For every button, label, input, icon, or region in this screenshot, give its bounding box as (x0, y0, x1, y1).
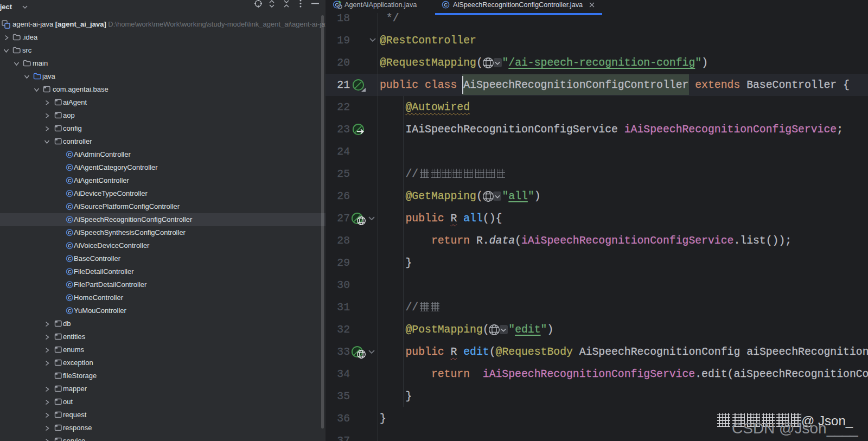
svg-text:C: C (68, 230, 72, 235)
svg-text:C: C (68, 256, 72, 261)
svg-text:C: C (68, 269, 72, 274)
svg-text:C: C (68, 295, 72, 301)
svg-text:C: C (68, 217, 72, 222)
svg-text:C: C (335, 2, 339, 8)
svg-text:C: C (68, 204, 72, 209)
svg-text:C: C (68, 152, 72, 157)
svg-text:C: C (68, 282, 72, 287)
svg-text:C: C (68, 308, 72, 314)
svg-text:C: C (68, 191, 72, 196)
svg-text:C: C (68, 243, 72, 248)
svg-text:C: C (68, 165, 72, 170)
svg-text:C: C (68, 178, 72, 183)
svg-text:C: C (444, 2, 448, 8)
